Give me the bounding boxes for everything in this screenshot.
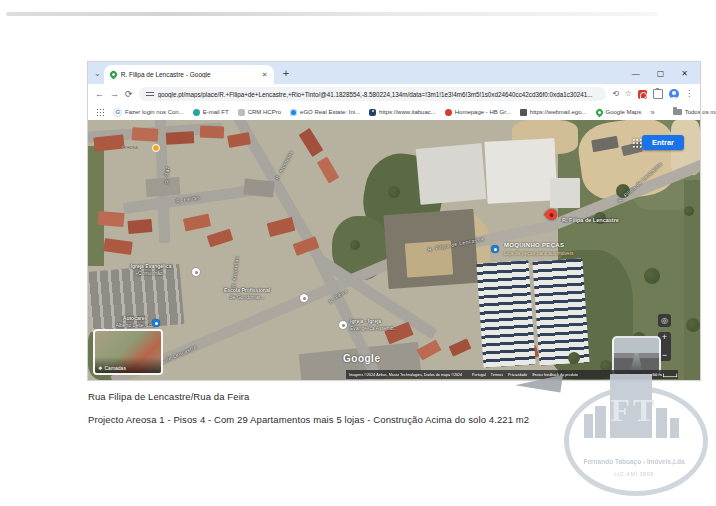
tree — [388, 186, 400, 198]
sign-in-button[interactable]: Entrar — [642, 135, 684, 150]
scanned-page: ⌄ R. Filipa de Lencastre - Google ✕ + — … — [0, 0, 716, 506]
bookmark-label: Fazer login nos Con... — [125, 109, 184, 115]
google-logo: Google — [343, 353, 380, 364]
bookmark-item[interactable]: https://webmail.ego... — [520, 109, 587, 116]
crm-icon — [238, 109, 245, 116]
bookmark-label: Google Maps — [606, 109, 642, 115]
tab-close-icon[interactable]: ✕ — [262, 71, 268, 79]
url-text: google.pt/maps/place/R.+Filipa+de+Lencas… — [158, 91, 593, 98]
layers-icon: ❖ — [98, 365, 102, 371]
close-button[interactable]: ✕ — [681, 69, 688, 78]
watermark-initials: FT — [558, 392, 710, 429]
bus-icon[interactable] — [152, 319, 160, 327]
satellite-imagery — [88, 120, 700, 380]
home-icon — [445, 109, 452, 116]
extensions-icon[interactable] — [653, 89, 663, 99]
all-bookmarks-label: Todos os marcadores — [685, 109, 716, 115]
poi-label-church[interactable]: Igreja Evangélica«Comunhão... — [116, 263, 186, 276]
attribution-text: Imagens ©2024 Airbus, Maxar Technologies… — [349, 373, 462, 377]
bookmark-item[interactable]: CRM HCPro — [238, 109, 281, 116]
church-icon[interactable] — [339, 321, 347, 329]
tree — [686, 318, 700, 332]
window-controls: — ▢ ✕ — [620, 69, 700, 78]
chevron-down-icon[interactable]: ⌄ — [94, 69, 101, 78]
bookmarks-overflow-icon[interactable]: » — [650, 108, 654, 117]
layers-label: Camadas — [104, 365, 125, 371]
bookmark-label: Homepage - HB Gr... — [455, 109, 511, 115]
forward-button[interactable]: → — [110, 90, 119, 99]
attribution-link[interactable]: Termos — [490, 373, 502, 377]
site-settings-icon[interactable] — [146, 90, 154, 98]
tree — [350, 240, 360, 250]
person-icon — [369, 109, 376, 116]
poi-dot-marker[interactable] — [152, 144, 160, 152]
pdf-extension-icon[interactable] — [638, 90, 647, 99]
poi-label-church2[interactable]: Igreja - IgrejaEvangélica Assemb... — [350, 318, 432, 331]
browser-window: ⌄ R. Filipa de Lencastre - Google ✕ + — … — [88, 62, 700, 380]
bookmark-label: https://webmail.ego... — [530, 109, 587, 115]
building — [183, 213, 211, 231]
profile-avatar[interactable] — [669, 89, 679, 99]
all-bookmarks-button[interactable]: Todos os marcadores — [673, 109, 716, 115]
terrain-patch — [88, 146, 104, 266]
share-icon[interactable]: ⟲ — [612, 90, 619, 98]
poi-label-business[interactable]: MOQUINHO PEÇASLoja de peças para automóv… — [504, 242, 574, 256]
building — [103, 238, 133, 255]
url-bar[interactable]: google.pt/maps/place/R.+Filipa+de+Lencas… — [139, 87, 607, 101]
building — [200, 126, 224, 139]
bookmark-item[interactable]: Fazer login nos Con... — [113, 108, 184, 117]
folder-icon — [673, 109, 682, 115]
scan-artifact-band — [6, 12, 658, 16]
maximize-button[interactable]: ▢ — [657, 69, 665, 78]
attribution-link[interactable]: Portugal — [472, 373, 486, 377]
building — [207, 229, 234, 248]
building — [267, 217, 296, 237]
bookmark-item[interactable]: eGO Real Estate: Ini... — [290, 109, 360, 116]
church-icon[interactable] — [192, 268, 200, 276]
poi-label-school[interactable]: Escola Profissionalde Gondomar... — [210, 287, 284, 300]
building — [97, 211, 124, 227]
building — [484, 138, 557, 204]
building — [416, 340, 441, 361]
apps-grid-icon[interactable] — [96, 108, 104, 116]
area-label: Areosa — [122, 144, 138, 150]
browser-tab[interactable]: R. Filipa de Lencastre - Google ✕ — [104, 65, 274, 84]
building — [145, 177, 180, 197]
agency-watermark: FT Fernando Tabuaço - Imóveis,Lda LIC.AM… — [558, 374, 710, 500]
reload-button[interactable]: ⟳ — [125, 90, 133, 99]
map-viewport[interactable]: R. Paz R. Arcotelas R. Feiras R. Arcotel… — [88, 120, 700, 380]
new-tab-button[interactable]: + — [283, 67, 289, 79]
bookmark-item[interactable]: https://www.itabuac... — [369, 109, 436, 116]
bookmarks-bar: Fazer login nos Con... E-mail FT CRM HCP… — [88, 104, 700, 121]
mail-icon — [193, 109, 200, 116]
webmail-icon — [520, 109, 527, 116]
zoom-in-button[interactable]: + — [662, 333, 667, 342]
pin-label: R. Filipa de Lencastre — [562, 217, 619, 223]
layers-card[interactable]: ❖ Camadas — [93, 329, 163, 375]
bookmark-label: https://www.itabuac... — [379, 109, 436, 115]
doc-title: Rua Filipa de Lencastre/Rua da Feira — [88, 391, 250, 402]
minimize-button[interactable]: — — [632, 69, 640, 78]
tree — [644, 268, 660, 284]
building — [166, 131, 195, 144]
building — [317, 157, 339, 184]
building — [416, 143, 487, 205]
bookmark-item[interactable]: Google Maps — [596, 109, 642, 116]
school-icon[interactable] — [300, 294, 308, 302]
bookmark-item[interactable]: E-mail FT — [193, 109, 229, 116]
menu-icon[interactable]: ⋮ — [685, 90, 693, 98]
building — [550, 178, 580, 208]
bookmark-star-icon[interactable]: ☆ — [625, 90, 632, 98]
globe-icon — [290, 109, 297, 116]
google-apps-grid-icon[interactable] — [632, 138, 642, 148]
building — [132, 127, 159, 142]
building — [243, 178, 275, 197]
watermark-company: Fernando Tabuaço - Imóveis,Lda — [558, 458, 710, 465]
zoom-out-button[interactable]: − — [662, 351, 667, 360]
building — [299, 128, 324, 157]
bookmark-item[interactable]: Homepage - HB Gr... — [445, 109, 511, 116]
my-location-button[interactable]: ◎ — [658, 314, 671, 327]
back-button[interactable]: ← — [95, 90, 104, 99]
tab-title: R. Filipa de Lencastre - Google — [121, 71, 258, 78]
store-icon[interactable] — [491, 245, 499, 253]
